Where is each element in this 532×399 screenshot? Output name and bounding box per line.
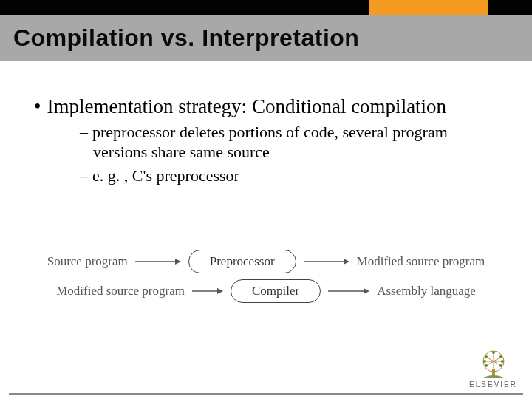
- flow-stage-box: Preprocessor: [188, 250, 296, 273]
- sub-bullet-2: e. g. , C's preprocessor: [92, 166, 239, 185]
- svg-marker-1: [175, 259, 181, 265]
- bullet-icon: •: [34, 95, 47, 117]
- dash-icon: –: [80, 166, 92, 185]
- sub-bullet-1: preprocessor deletes portions of code, s…: [92, 123, 448, 160]
- publisher-logo: ELSEVIER: [469, 347, 517, 389]
- svg-point-11: [485, 355, 488, 358]
- svg-point-12: [499, 355, 502, 358]
- bullet-level-2: –preprocessor deletes portions of code, …: [30, 123, 502, 162]
- svg-marker-3: [344, 259, 349, 265]
- bullet-level-1: •Implementation strategy: Conditional co…: [30, 95, 502, 118]
- arrow-right-icon: [328, 287, 369, 296]
- svg-point-14: [501, 360, 504, 363]
- arrow-right-icon: [304, 257, 349, 266]
- footer-divider: [9, 393, 523, 395]
- svg-point-10: [492, 351, 495, 354]
- flow-row-1: Source program Preprocessor Modified sou…: [37, 250, 495, 273]
- title-bar: Compilation vs. Interpretation: [0, 15, 532, 61]
- tree-icon: [476, 347, 511, 379]
- bullet-lead: Implementation strategy:: [47, 95, 251, 117]
- flow-input-label: Modified source program: [56, 284, 185, 299]
- slide-content: •Implementation strategy: Conditional co…: [30, 81, 502, 188]
- flow-output-label: Modified source program: [357, 254, 485, 269]
- bullet-level-2: –e. g. , C's preprocessor: [30, 166, 502, 185]
- svg-point-13: [483, 360, 486, 363]
- arrow-right-icon: [135, 257, 181, 266]
- bullet-topic: Conditional compilation: [252, 95, 446, 117]
- flow-row-2: Modified source program Compiler Assembl…: [37, 279, 495, 303]
- publisher-name: ELSEVIER: [469, 381, 517, 389]
- svg-marker-7: [364, 288, 369, 294]
- slide-title: Compilation vs. Interpretation: [13, 24, 359, 52]
- svg-point-15: [485, 364, 488, 367]
- flow-stage-box: Compiler: [231, 279, 321, 303]
- dash-icon: –: [80, 123, 92, 141]
- svg-marker-5: [217, 288, 223, 294]
- pipeline-diagram: Source program Preprocessor Modified sou…: [37, 244, 495, 309]
- svg-point-16: [499, 364, 502, 367]
- flow-output-label: Assembly language: [377, 284, 476, 299]
- flow-input-label: Source program: [47, 254, 128, 269]
- arrow-right-icon: [192, 287, 223, 296]
